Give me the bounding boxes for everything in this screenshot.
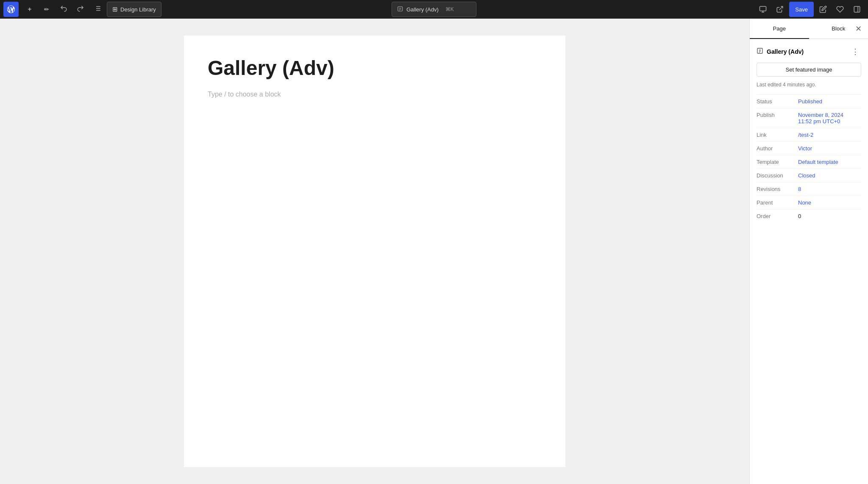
meta-label: Parent xyxy=(757,199,795,206)
design-library-label: Design Library xyxy=(120,6,156,13)
meta-value: 0 xyxy=(798,213,801,219)
list-view-button[interactable] xyxy=(90,2,105,17)
meta-label: Order xyxy=(757,213,795,219)
meta-value[interactable]: Default template xyxy=(798,159,838,165)
post-icon xyxy=(397,6,403,13)
design-library-icon: ⊞ xyxy=(112,6,118,13)
save-button[interactable]: Save xyxy=(789,2,814,17)
last-edited-text: Last edited 4 minutes ago. xyxy=(757,82,861,88)
add-icon: + xyxy=(28,6,31,13)
page-name-label: Gallery (Adv) xyxy=(767,48,804,55)
meta-label: Publish xyxy=(757,112,795,118)
page-header: Gallery (Adv) ⋮ xyxy=(757,46,861,58)
redo-button[interactable] xyxy=(73,2,88,17)
meta-value[interactable]: None xyxy=(798,199,811,206)
main-area: Gallery (Adv) Type / to choose a block P… xyxy=(0,19,868,484)
meta-row: AuthorVictor xyxy=(757,141,861,155)
redo-icon xyxy=(77,5,84,14)
view-button[interactable] xyxy=(755,2,771,17)
tools-button[interactable]: ✏ xyxy=(39,2,54,17)
tab-page[interactable]: Page xyxy=(750,19,809,39)
design-library-button[interactable]: ⊞ Design Library xyxy=(107,2,161,17)
undo-icon xyxy=(60,5,67,14)
meta-label: Author xyxy=(757,145,795,152)
svg-rect-14 xyxy=(854,6,860,12)
post-title-area: Gallery (Adv) ⌘K xyxy=(392,2,476,17)
topbar: + ✏ ⊞ Design Library Gallery (Adv) ⌘K xyxy=(0,0,868,19)
meta-row: StatusPublished xyxy=(757,94,861,108)
meta-value[interactable]: Closed xyxy=(798,172,815,179)
toggle-sidebar-button[interactable] xyxy=(849,2,865,17)
svg-rect-10 xyxy=(760,6,766,11)
meta-value[interactable]: Victor xyxy=(798,145,812,152)
editor-content: Gallery (Adv) Type / to choose a block xyxy=(184,36,565,467)
meta-value[interactable]: 8 xyxy=(798,186,801,192)
editor-area[interactable]: Gallery (Adv) Type / to choose a block xyxy=(0,19,749,484)
meta-row: DiscussionClosed xyxy=(757,169,861,182)
meta-value[interactable]: /test-2 xyxy=(798,132,813,138)
meta-row: ParentNone xyxy=(757,196,861,209)
meta-row: TemplateDefault template xyxy=(757,155,861,169)
edit-button[interactable] xyxy=(815,2,831,17)
topbar-right: Save xyxy=(755,2,865,17)
page-more-button[interactable]: ⋮ xyxy=(849,46,861,58)
meta-value[interactable]: Published xyxy=(798,98,822,105)
meta-label: Link xyxy=(757,132,795,138)
meta-row: Revisions8 xyxy=(757,182,861,196)
meta-value[interactable]: November 8, 2024 11:52 pm UTC+0 xyxy=(798,112,843,124)
meta-label: Revisions xyxy=(757,186,795,192)
close-panel-button[interactable]: ✕ xyxy=(852,22,865,35)
meta-row: Link/test-2 xyxy=(757,128,861,141)
add-block-button[interactable]: + xyxy=(22,2,37,17)
svg-line-13 xyxy=(779,6,783,10)
meta-rows: StatusPublishedPublishNovember 8, 2024 1… xyxy=(757,94,861,223)
set-featured-image-button[interactable]: Set featured image xyxy=(757,63,861,77)
block-placeholder[interactable]: Type / to choose a block xyxy=(208,91,542,98)
meta-label: Status xyxy=(757,98,795,105)
meta-row: PublishNovember 8, 2024 11:52 pm UTC+0 xyxy=(757,108,861,128)
meta-label: Discussion xyxy=(757,172,795,179)
page-title: Gallery (Adv) xyxy=(208,56,542,80)
panel-body: Gallery (Adv) ⋮ Set featured image Last … xyxy=(750,39,868,230)
post-title-text: Gallery (Adv) xyxy=(406,6,439,13)
post-title-pill[interactable]: Gallery (Adv) ⌘K xyxy=(392,2,476,17)
shortcut-label: ⌘K xyxy=(445,6,454,12)
external-link-button[interactable] xyxy=(772,2,787,17)
pencil-icon: ✏ xyxy=(44,6,49,13)
plugins-button[interactable] xyxy=(832,2,848,17)
undo-button[interactable] xyxy=(56,2,71,17)
wp-logo[interactable] xyxy=(3,2,19,17)
list-view-icon xyxy=(94,5,101,14)
meta-row: Order0 xyxy=(757,209,861,223)
panel-tabs: Page Block ✕ xyxy=(750,19,868,39)
page-doc-icon xyxy=(757,47,763,56)
meta-label: Template xyxy=(757,159,795,165)
right-panel: Page Block ✕ Gallery (Adv) ⋮ Set feature… xyxy=(749,19,868,484)
